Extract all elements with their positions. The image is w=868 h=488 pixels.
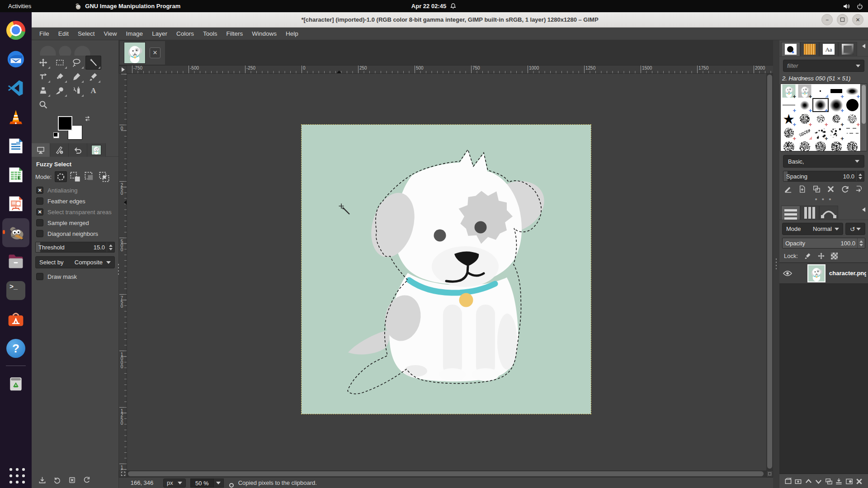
brush-acrylic[interactable]: +: [781, 126, 797, 140]
brush-chalk-03[interactable]: +: [829, 112, 844, 126]
horizontal-scrollbar[interactable]: [127, 470, 766, 477]
window-titlebar[interactable]: *[character] (imported)-1.0 (RGB color 8…: [32, 12, 868, 28]
layer-row[interactable]: character.png: [779, 263, 868, 284]
brush-ellipse-soft[interactable]: +: [844, 84, 860, 98]
brush-chalk-04[interactable]: +: [844, 112, 860, 126]
quick-mask-toggle[interactable]: [119, 470, 127, 477]
mode-add-button[interactable]: [69, 171, 81, 182]
dock-item-files[interactable]: [2, 247, 29, 276]
focused-app-indicator[interactable]: GNU Image Manipulation Program: [75, 3, 180, 10]
duplicate-layer-button[interactable]: [825, 477, 833, 486]
tool-free-select[interactable]: [69, 56, 85, 70]
new-brush-button[interactable]: [798, 185, 807, 193]
checkbox[interactable]: [36, 219, 43, 226]
brush-texture-02[interactable]: [797, 140, 812, 151]
brush-clipboard-image[interactable]: +: [781, 84, 797, 98]
tab-brushes[interactable]: [781, 42, 800, 56]
zoom-level-input[interactable]: 50 %: [190, 479, 214, 488]
brush-line[interactable]: +: [781, 98, 797, 112]
menu-windows[interactable]: Windows: [248, 28, 281, 39]
merge-down-button[interactable]: [835, 477, 843, 486]
spacing-slider[interactable]: Spacing 10.0: [783, 171, 864, 182]
brush-sparks[interactable]: [844, 126, 860, 140]
checkbox-row-select-transparent-areas[interactable]: ✕Select transparent areas: [32, 206, 118, 217]
brush-splatter-02[interactable]: +: [829, 126, 844, 140]
dock-item-ubuntu-software[interactable]: [2, 305, 29, 334]
menu-select[interactable]: Select: [74, 28, 99, 39]
close-tab-icon[interactable]: ✕: [150, 47, 160, 58]
restore-button[interactable]: [837, 14, 848, 25]
menu-view[interactable]: View: [100, 28, 121, 39]
dock-item-libreoffice-writer[interactable]: [2, 131, 29, 160]
tab-tool-options[interactable]: [32, 143, 50, 157]
new-layer-group-button[interactable]: [794, 477, 802, 486]
tool-paintbrush[interactable]: [85, 70, 101, 84]
zoom-dropdown[interactable]: [214, 479, 224, 488]
restore-tool-preset-button[interactable]: [53, 476, 61, 484]
ruler-origin-button[interactable]: [119, 66, 127, 74]
image-tab[interactable]: ✕: [120, 41, 165, 65]
tool-ink[interactable]: [69, 70, 85, 84]
menu-image[interactable]: Image: [122, 28, 147, 39]
brush-chalk-01[interactable]: +: [797, 112, 812, 126]
brush-group-dropdown[interactable]: Basic,: [783, 155, 864, 168]
checkbox-row-feather-edges[interactable]: Feather edges: [32, 196, 118, 206]
reset-tool-options-button[interactable]: [83, 476, 91, 484]
navigation-button[interactable]: [766, 470, 773, 477]
brush-hardness-050[interactable]: +: [812, 98, 828, 112]
brush-hardness-075[interactable]: +: [829, 98, 844, 112]
menu-filters[interactable]: Filters: [222, 28, 247, 39]
unit-dropdown[interactable]: px: [163, 479, 186, 488]
tab-gradients[interactable]: [838, 42, 857, 56]
dock-item-libreoffice-calc[interactable]: [2, 160, 29, 189]
close-button[interactable]: ✕: [852, 14, 863, 25]
checkbox-row-diagonal-neighbors[interactable]: Diagonal neighbors: [32, 228, 118, 239]
tool-clone[interactable]: [35, 84, 51, 98]
tab-layers[interactable]: [781, 206, 800, 220]
lock-alpha-icon[interactable]: [831, 253, 838, 259]
dock-item-trash[interactable]: [2, 369, 29, 398]
foreground-color-swatch[interactable]: [58, 116, 72, 131]
panel-menu-icon[interactable]: [862, 207, 865, 212]
mode-switch-button[interactable]: ↺: [845, 223, 865, 235]
refresh-brushes-button[interactable]: [841, 185, 849, 193]
dock-item-help[interactable]: ?: [2, 334, 29, 363]
mode-replace-button[interactable]: [55, 171, 67, 182]
dock-item-vscode[interactable]: [2, 74, 29, 103]
show-applications-button[interactable]: [7, 465, 25, 483]
brush-texture-01[interactable]: [781, 140, 797, 151]
select-by-dropdown[interactable]: Select by Composite: [35, 256, 115, 268]
tab-undo-history[interactable]: [69, 143, 87, 157]
save-tool-preset-button[interactable]: [38, 476, 47, 484]
dock-item-libreoffice-impress[interactable]: [2, 189, 29, 218]
lock-pixels-icon[interactable]: [804, 252, 811, 260]
tool-rectangle-select[interactable]: [52, 56, 68, 70]
tab-patterns[interactable]: [800, 42, 819, 56]
brush-splatter-01[interactable]: +: [812, 126, 828, 140]
dock-item-gimp[interactable]: [2, 218, 29, 247]
menu-colors[interactable]: Colors: [172, 28, 198, 39]
opacity-slider[interactable]: Opacity 100.0: [782, 238, 865, 249]
vertical-ruler[interactable]: 0250500750100012501500: [119, 74, 127, 470]
dock-item-chrome[interactable]: [2, 16, 29, 45]
tool-unified-transform[interactable]: [35, 70, 51, 84]
checkbox[interactable]: [36, 197, 43, 205]
brush-block[interactable]: +: [829, 84, 844, 98]
clock-menu[interactable]: Apr 22 02:45: [411, 3, 457, 9]
tab-device-status[interactable]: i: [50, 143, 69, 157]
mode-subtract-button[interactable]: [84, 171, 96, 182]
draw-mask-checkbox-row[interactable]: Draw mask: [32, 268, 118, 282]
brush-pixel[interactable]: [812, 84, 828, 98]
swap-colors-icon[interactable]: [84, 115, 91, 122]
dock-item-terminal[interactable]: >_: [2, 276, 29, 305]
checkbox[interactable]: ✕: [36, 187, 43, 194]
draw-mask-checkbox[interactable]: [36, 273, 43, 280]
tab-channels[interactable]: [800, 206, 819, 220]
lock-position-icon[interactable]: [817, 252, 825, 260]
brush-texture-03[interactable]: [812, 140, 828, 151]
tool-bucket-fill[interactable]: [52, 70, 68, 84]
horizontal-ruler[interactable]: -750-500-2500250500750100012501500175020…: [127, 66, 773, 74]
delete-layer-button[interactable]: [855, 477, 863, 486]
canvas-viewport[interactable]: [127, 74, 766, 470]
brush-star[interactable]: ★+: [781, 112, 797, 126]
